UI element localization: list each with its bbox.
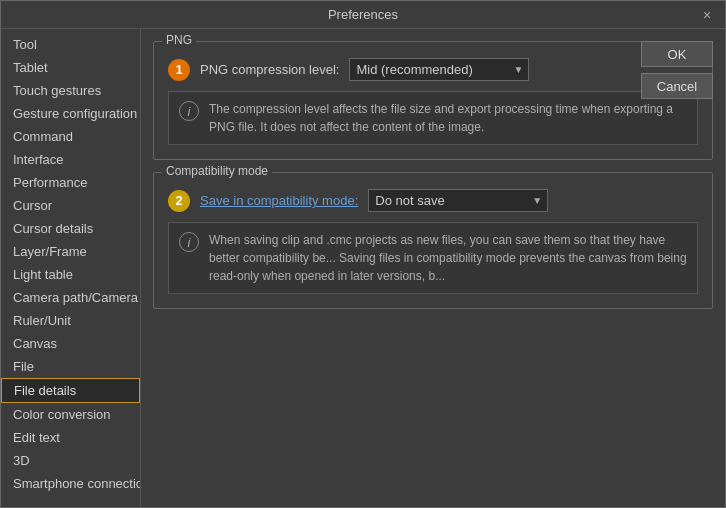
- action-buttons: OK Cancel: [641, 41, 713, 99]
- compat-badge: 2: [168, 190, 190, 212]
- compression-label: PNG compression level:: [200, 62, 339, 77]
- compat-section: Compatibility mode 2 Save in compatibili…: [153, 172, 713, 309]
- sidebar-item-light-table[interactable]: Light table: [1, 263, 140, 286]
- sidebar-item-ruler-unit[interactable]: Ruler/Unit: [1, 309, 140, 332]
- sidebar-item-camera-path[interactable]: Camera path/Camera: [1, 286, 140, 309]
- main-panel: PNG 1 PNG compression level: LowMid (rec…: [141, 29, 725, 507]
- compat-select[interactable]: Do not saveSaveAlways ask: [368, 189, 548, 212]
- sidebar-item-file[interactable]: File: [1, 355, 140, 378]
- sidebar-item-command[interactable]: Command: [1, 125, 140, 148]
- compat-info-row: i When saving clip and .cmc projects as …: [168, 222, 698, 294]
- png-info-row: i The compression level affects the file…: [168, 91, 698, 145]
- cancel-button[interactable]: Cancel: [641, 73, 713, 99]
- png-section-label: PNG: [162, 33, 196, 47]
- sidebar-item-gesture-configuration[interactable]: Gesture configuration: [1, 102, 140, 125]
- compression-select-wrapper: LowMid (recommended)High: [349, 58, 529, 81]
- sidebar-item-3d[interactable]: 3D: [1, 449, 140, 472]
- sidebar-item-cursor-details[interactable]: Cursor details: [1, 217, 140, 240]
- compat-info-text: When saving clip and .cmc projects as ne…: [209, 231, 687, 285]
- dialog-title: Preferences: [29, 7, 697, 22]
- info-icon: i: [179, 101, 199, 121]
- sidebar-item-tool[interactable]: Tool: [1, 33, 140, 56]
- compat-info-icon: i: [179, 232, 199, 252]
- sidebar-item-interface[interactable]: Interface: [1, 148, 140, 171]
- preferences-dialog: Preferences × ToolTabletTouch gesturesGe…: [0, 0, 726, 508]
- close-button[interactable]: ×: [697, 7, 717, 23]
- sidebar-item-edit-text[interactable]: Edit text: [1, 426, 140, 449]
- sidebar-item-cursor[interactable]: Cursor: [1, 194, 140, 217]
- sidebar-item-canvas[interactable]: Canvas: [1, 332, 140, 355]
- compat-section-label: Compatibility mode: [162, 164, 272, 178]
- sidebar-item-smartphone-connection[interactable]: Smartphone connection: [1, 472, 140, 495]
- compat-row: 2 Save in compatibility mode: Do not sav…: [168, 189, 698, 212]
- sidebar-item-layer-frame[interactable]: Layer/Frame: [1, 240, 140, 263]
- dialog-content: ToolTabletTouch gesturesGesture configur…: [1, 29, 725, 507]
- ok-button[interactable]: OK: [641, 41, 713, 67]
- png-compression-row: 1 PNG compression level: LowMid (recomme…: [168, 58, 698, 81]
- compression-select[interactable]: LowMid (recommended)High: [349, 58, 529, 81]
- sidebar-item-touch-gestures[interactable]: Touch gestures: [1, 79, 140, 102]
- sidebar: ToolTabletTouch gesturesGesture configur…: [1, 29, 141, 507]
- png-section: PNG 1 PNG compression level: LowMid (rec…: [153, 41, 713, 160]
- sidebar-item-tablet[interactable]: Tablet: [1, 56, 140, 79]
- compat-link[interactable]: Save in compatibility mode:: [200, 193, 358, 208]
- title-bar: Preferences ×: [1, 1, 725, 29]
- compat-select-wrapper: Do not saveSaveAlways ask: [368, 189, 548, 212]
- png-badge: 1: [168, 59, 190, 81]
- png-info-text: The compression level affects the file s…: [209, 100, 687, 136]
- sidebar-item-color-conversion[interactable]: Color conversion: [1, 403, 140, 426]
- sidebar-item-performance[interactable]: Performance: [1, 171, 140, 194]
- sidebar-item-file-details[interactable]: File details: [1, 378, 140, 403]
